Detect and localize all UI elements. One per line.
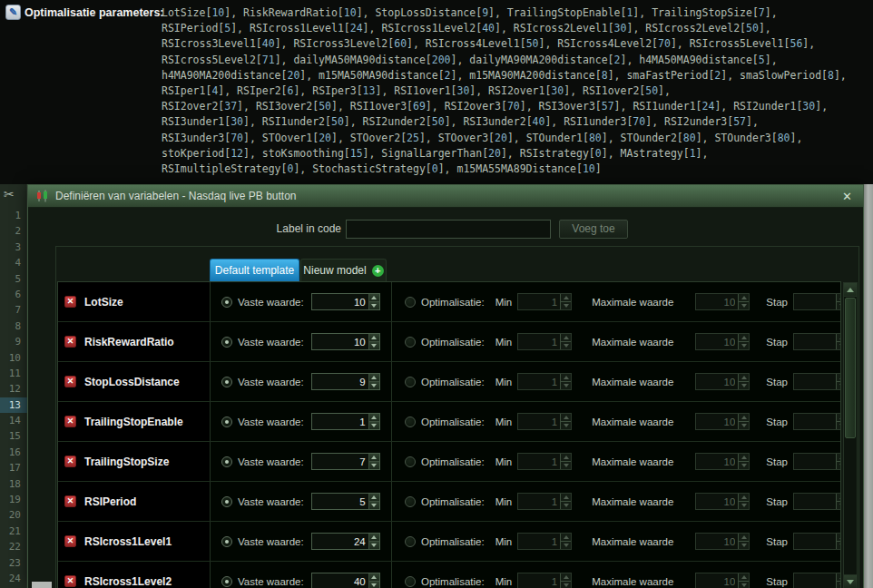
max-input[interactable] — [696, 334, 738, 349]
spinner-down-button[interactable] — [837, 501, 840, 509]
spinner-up-button[interactable] — [561, 334, 571, 341]
optimization-radio[interactable] — [405, 337, 416, 348]
tab-new-model[interactable]: Nieuw model + — [300, 259, 387, 281]
fixed-value-radio[interactable] — [221, 576, 232, 587]
fixed-value-radio[interactable] — [221, 416, 232, 427]
spinner-down-button[interactable] — [369, 461, 379, 469]
min-input[interactable] — [518, 454, 560, 469]
spinner-up-button[interactable] — [837, 494, 840, 501]
max-input[interactable] — [696, 494, 738, 509]
spinner-up-button[interactable] — [561, 573, 571, 581]
spinner-up-button[interactable] — [369, 534, 379, 541]
spinner-down-button[interactable] — [837, 461, 840, 469]
fixed-value-radio[interactable] — [221, 297, 232, 308]
max-input[interactable] — [696, 454, 738, 469]
dialog-titlebar[interactable]: Definiëren van variabelen - Nasdaq live … — [28, 185, 863, 208]
spinner-down-button[interactable] — [369, 421, 379, 429]
spinner-up-button[interactable] — [369, 334, 379, 341]
optimization-radio[interactable] — [405, 536, 416, 547]
spinner-down-button[interactable] — [837, 381, 840, 389]
delete-row-icon[interactable]: ✕ — [64, 376, 76, 387]
delete-row-icon[interactable]: ✕ — [64, 495, 76, 507]
spinner-down-button[interactable] — [561, 581, 571, 588]
optimization-radio[interactable] — [405, 456, 416, 467]
spinner-up-button[interactable] — [837, 374, 840, 381]
spinner-up-button[interactable] — [561, 294, 571, 301]
fixed-value-input[interactable] — [312, 534, 368, 549]
step-input[interactable] — [794, 374, 836, 389]
spinner-down-button[interactable] — [739, 461, 749, 469]
spinner-down-button[interactable] — [369, 501, 379, 509]
spinner-down-button[interactable] — [739, 341, 749, 349]
spinner-down-button[interactable] — [739, 581, 749, 588]
spinner-down-button[interactable] — [369, 581, 379, 588]
spinner-down-button[interactable] — [739, 381, 749, 389]
spinner-down-button[interactable] — [561, 461, 571, 469]
spinner-down-button[interactable] — [561, 421, 571, 429]
spinner-up-button[interactable] — [739, 334, 749, 341]
step-input[interactable] — [794, 534, 836, 549]
min-input[interactable] — [518, 294, 560, 309]
spinner-down-button[interactable] — [837, 541, 840, 549]
spinner-down-button[interactable] — [369, 301, 379, 309]
fixed-value-input[interactable] — [312, 294, 368, 309]
spinner-up-button[interactable] — [739, 534, 749, 541]
vertical-scrollbar[interactable] — [843, 282, 858, 588]
optimization-radio[interactable] — [405, 576, 416, 587]
spinner-up-button[interactable] — [369, 294, 379, 301]
min-input[interactable] — [518, 374, 560, 389]
max-input[interactable] — [696, 573, 738, 588]
spinner-down-button[interactable] — [739, 541, 749, 549]
delete-row-icon[interactable]: ✕ — [64, 535, 76, 547]
spinner-up-button[interactable] — [369, 374, 379, 381]
spinner-up-button[interactable] — [739, 414, 749, 421]
fixed-value-input[interactable] — [312, 374, 368, 389]
scroll-up-button[interactable] — [844, 283, 857, 297]
fixed-value-radio[interactable] — [221, 377, 232, 387]
optimization-radio[interactable] — [405, 496, 416, 507]
fixed-value-input[interactable] — [312, 494, 368, 509]
max-input[interactable] — [696, 294, 738, 309]
spinner-up-button[interactable] — [561, 454, 571, 461]
delete-row-icon[interactable]: ✕ — [64, 296, 76, 308]
min-input[interactable] — [518, 414, 560, 429]
max-input[interactable] — [696, 374, 738, 389]
fixed-value-radio[interactable] — [221, 536, 232, 547]
spinner-up-button[interactable] — [837, 573, 840, 581]
spinner-up-button[interactable] — [739, 294, 749, 301]
step-input[interactable] — [794, 454, 836, 469]
close-icon[interactable]: ✕ — [839, 190, 855, 203]
fixed-value-input[interactable] — [312, 573, 368, 588]
spinner-down-button[interactable] — [561, 501, 571, 509]
spinner-down-button[interactable] — [739, 501, 749, 509]
min-input[interactable] — [518, 573, 560, 588]
spinner-down-button[interactable] — [837, 421, 840, 429]
delete-row-icon[interactable]: ✕ — [64, 456, 76, 467]
spinner-up-button[interactable] — [837, 454, 840, 461]
add-button[interactable]: Voeg toe — [559, 220, 628, 239]
spinner-down-button[interactable] — [837, 341, 840, 349]
spinner-up-button[interactable] — [369, 573, 379, 581]
optimization-radio[interactable] — [405, 377, 416, 387]
spinner-up-button[interactable] — [739, 454, 749, 461]
spinner-down-button[interactable] — [561, 541, 571, 549]
spinner-up-button[interactable] — [739, 573, 749, 581]
step-input[interactable] — [794, 334, 836, 349]
fixed-value-radio[interactable] — [221, 496, 232, 507]
min-input[interactable] — [518, 534, 560, 549]
spinner-up-button[interactable] — [837, 294, 840, 301]
spinner-up-button[interactable] — [561, 374, 571, 381]
spinner-up-button[interactable] — [837, 534, 840, 541]
step-input[interactable] — [794, 573, 836, 588]
spinner-up-button[interactable] — [369, 414, 379, 421]
scrollbar-thumb[interactable] — [845, 298, 856, 438]
spinner-up-button[interactable] — [561, 414, 571, 421]
fixed-value-input[interactable] — [312, 414, 368, 429]
fixed-value-input[interactable] — [312, 454, 368, 469]
spinner-down-button[interactable] — [369, 381, 379, 389]
min-input[interactable] — [518, 334, 560, 349]
step-input[interactable] — [794, 414, 836, 429]
tab-default-template[interactable]: Default template — [210, 259, 299, 281]
optimization-radio[interactable] — [405, 416, 416, 427]
spinner-down-button[interactable] — [739, 301, 749, 309]
